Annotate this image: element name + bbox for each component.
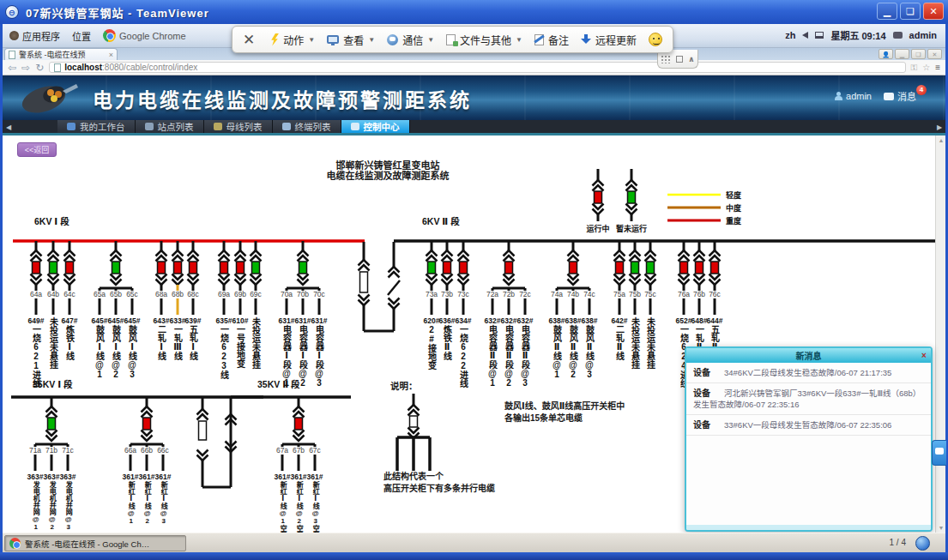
header-messages-label: 消息 — [897, 89, 916, 103]
teamviewer-icon: ⊖ — [5, 5, 19, 19]
chevron-down-icon: ▼ — [308, 36, 315, 44]
tabs-scroll-right-icon[interactable]: ▶ — [933, 120, 945, 133]
messages-panel-titlebar: 新消息 × — [686, 348, 931, 363]
terminals-icon — [282, 123, 291, 130]
forward-icon[interactable]: ⇨ — [21, 63, 30, 73]
clock[interactable]: 星期五 09:14 — [830, 28, 885, 42]
message-row[interactable]: 设备河北新兴铸管军钢厂33#6KV一段633#一轧Ⅲ线（68b）发生暂态故障/0… — [686, 383, 931, 415]
chevron-down-icon: ▼ — [427, 36, 434, 44]
header-messages[interactable]: 消息 4 — [884, 89, 930, 103]
toolbar-actions[interactable]: 动作 ▼ — [270, 33, 315, 47]
browser-tab[interactable]: 警系统 -电缆在线预 × — [4, 48, 118, 60]
back-icon[interactable]: ⇦ — [8, 63, 16, 73]
display-icon[interactable] — [815, 32, 824, 39]
remote-maximize-button[interactable]: ❏ — [911, 49, 926, 59]
feedback-bubble-icon — [935, 448, 944, 455]
toolbar-item-label: 动作 — [283, 33, 304, 47]
applications-label: 应用程序 — [22, 29, 60, 43]
chat-icon[interactable] — [893, 32, 903, 39]
scroll-down-icon[interactable]: ▼ — [938, 525, 945, 531]
monitor-icon — [327, 35, 339, 44]
tabs-scroll-left-icon[interactable]: ◀ — [3, 120, 15, 133]
remote-minimize-button[interactable]: ▁ — [895, 49, 909, 59]
taskbar-window-button[interactable]: 警系统 -电缆在线预 - Google Ch… — [4, 535, 186, 551]
session-close-icon[interactable]: ✕ — [243, 31, 255, 49]
minimize-button[interactable]: ▁ — [877, 3, 897, 20]
messages-badge: 4 — [916, 85, 927, 95]
header-user[interactable]: admin — [834, 91, 872, 101]
window-frame-bottom — [0, 552, 948, 560]
applications-menu[interactable]: 应用程序 — [9, 29, 60, 43]
workbench-icon — [67, 123, 75, 130]
control-center-icon — [351, 123, 359, 130]
url-text: localhost:8080/cable/control/index — [64, 63, 197, 72]
applications-icon — [9, 31, 19, 40]
chevron-down-icon: ▼ — [516, 36, 522, 44]
speaker-icon[interactable] — [802, 32, 808, 39]
content-scrollbar[interactable]: ▲ ▼ — [935, 135, 945, 533]
message-row-label: 设备 — [693, 420, 710, 430]
url-path: :8080/cable/control/index — [102, 63, 197, 72]
chrome-menu-icon[interactable]: ≡ — [935, 63, 940, 72]
phone-icon — [387, 34, 398, 45]
tab-close-icon[interactable]: × — [109, 51, 113, 59]
toolbar-item-label: 通信 — [402, 33, 423, 47]
back-button[interactable]: <<返回 — [17, 142, 57, 157]
remote-status-area: zh 星期五 09:14 admin — [785, 28, 937, 42]
app-tabbar: ◀ 我的工作台 站点列表 母线列表 终端列表 控制中心 ▶ — [3, 120, 945, 135]
browser-tab-title: 警系统 -电缆在线预 — [19, 49, 106, 60]
tab-control-center[interactable]: 控制中心 — [341, 120, 410, 133]
header-user-label: admin — [846, 91, 872, 101]
bolt-icon — [270, 33, 279, 46]
tab-buses[interactable]: 母线列表 — [204, 120, 273, 133]
feedback-tab[interactable] — [932, 440, 946, 466]
message-row[interactable]: 设备33#6KV一段母线发生暂态故障/06-07 22:35:06 — [686, 415, 931, 436]
key-icon[interactable]: ⚿ — [911, 63, 918, 73]
places-menu[interactable]: 位置 — [72, 29, 91, 43]
messages-panel-footer — [686, 525, 931, 530]
messages-list: 设备34#6KV二段母线发生稳态故障/06-07 21:17:35设备河北新兴铸… — [686, 363, 931, 436]
smiley-icon[interactable] — [649, 33, 662, 46]
tab-label: 终端列表 — [295, 120, 331, 133]
titlebar: ⊖ 07新兴铸管军钢站 - TeamViewer ▁ ❏ ✕ — [0, 0, 948, 24]
tab-terminals[interactable]: 终端列表 — [273, 120, 341, 133]
workspace-pager[interactable]: 1 / 4 — [890, 538, 906, 547]
bookmark-star-icon[interactable]: ☆ — [922, 63, 930, 72]
toolbar-item-label: 查看 — [343, 33, 364, 47]
messages-close-icon[interactable]: × — [917, 351, 931, 360]
profile-button[interactable]: 👤 — [879, 49, 893, 59]
toolbar-view[interactable]: 查看 ▼ — [327, 33, 375, 47]
buses-icon — [214, 123, 222, 130]
reload-icon[interactable]: ↻ — [35, 63, 44, 73]
tab-sites[interactable]: 站点列表 — [136, 120, 204, 133]
keyboard-layout[interactable]: zh — [785, 30, 795, 40]
taskbar-orb-icon[interactable] — [915, 536, 930, 551]
toolbar-item-label: 备注 — [548, 33, 569, 47]
teamviewer-toolbar: ✕ 动作 ▼ 查看 ▼ 通信 ▼ 文件与其他 ▼ 备注 远程更新 — [232, 26, 673, 53]
tab-workbench[interactable]: 我的工作台 — [57, 120, 136, 133]
toolbar-item-label: 文件与其他 — [460, 33, 511, 47]
toolbar-item-label: 远程更新 — [595, 33, 637, 47]
scroll-up-icon[interactable]: ▲ — [938, 137, 945, 143]
maximize-button[interactable]: ❏ — [900, 3, 921, 20]
remote-window-controls: 👤 ▁ ❏ ✕ — [879, 49, 942, 59]
taskbar-window-label: 警系统 -电缆在线预 - Google Ch… — [25, 538, 149, 550]
session-user[interactable]: admin — [909, 30, 937, 40]
browser-toolbar: ⇦ ⇨ ↻ localhost:8080/cable/control/index… — [3, 60, 945, 75]
toolbar-notes[interactable]: 备注 — [534, 33, 569, 47]
chevron-down-icon: ▼ — [368, 36, 375, 44]
close-button[interactable]: ✕ — [923, 3, 944, 20]
fullscreen-icon — [676, 56, 683, 63]
remote-close-button[interactable]: ✕ — [927, 49, 942, 59]
pencil-icon — [534, 34, 544, 45]
message-row-label: 设备 — [693, 368, 710, 377]
message-row[interactable]: 设备34#6KV二段母线发生稳态故障/06-07 21:17:35 — [686, 363, 931, 383]
toolbar-files[interactable]: 文件与其他 ▼ — [446, 33, 522, 47]
toolbar-communicate[interactable]: 通信 ▼ — [387, 33, 434, 47]
app-header: 电力电缆在线监测及故障预警测距系统 admin 消息 4 — [3, 75, 945, 120]
sites-icon — [145, 123, 154, 130]
address-bar[interactable]: localhost:8080/cable/control/index — [49, 62, 905, 73]
chrome-launcher[interactable]: Google Chrome — [103, 29, 186, 42]
toolbar-remote-update[interactable]: 远程更新 — [581, 33, 637, 47]
message-bubble-icon — [884, 93, 894, 100]
